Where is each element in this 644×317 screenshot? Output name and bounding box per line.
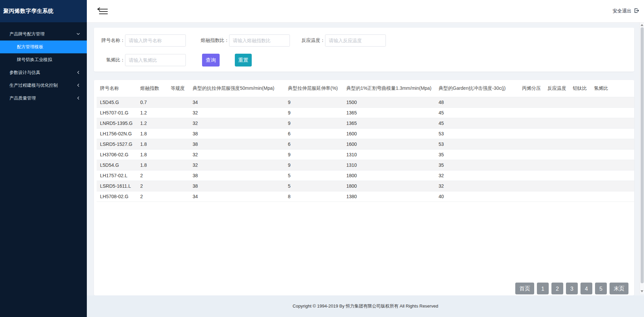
reset-button[interactable]: 重置 [235, 54, 252, 67]
column-header: 典型的Garden抗冲击强度-30c(j) [439, 80, 522, 97]
cell: 1380 [346, 191, 439, 202]
cell [171, 150, 193, 160]
column-header: 铝钛比 [573, 80, 594, 97]
cell [171, 129, 193, 139]
sidebar-item-parameter-design[interactable]: 参数设计与仿真 [0, 66, 87, 79]
table-row: LSRD5-1527.G 1.8 38 6 1600 53 [97, 139, 634, 150]
cell: 1.8 [140, 129, 171, 139]
cell: 9 [288, 150, 346, 160]
cell [522, 160, 547, 170]
query-button[interactable]: 查询 [202, 54, 220, 67]
cell [547, 160, 573, 170]
app-window: 聚丙烯数字孪生系统 产品牌号配方管理 配方管理模板 牌号切换工业模拟 参数设计与… [0, 0, 644, 317]
cell: 48 [439, 97, 522, 108]
cell: 0.7 [140, 97, 171, 108]
sidebar-nav: 产品牌号配方管理 配方管理模板 牌号切换工业模拟 参数设计与仿真 生产过程建模与… [0, 22, 87, 105]
pagination-page-4[interactable]: 4 [580, 283, 592, 294]
cell: 32 [439, 181, 522, 191]
cell: 6 [288, 139, 346, 150]
cell [594, 150, 634, 160]
chevron-left-icon [76, 96, 80, 101]
hydrogen-olefin-ratio-label: 氢烯比： [101, 57, 125, 63]
reaction-temperature-label: 反应温度： [298, 37, 325, 44]
cell: 9 [288, 118, 346, 129]
cell: 38 [193, 181, 288, 191]
cell [573, 108, 594, 118]
table-panel: 牌号名称 熔融指数 等规度 典型的抗拉伸屈服强度50mm/min(Mpa) 典型… [94, 80, 634, 295]
cell: 45 [439, 118, 522, 129]
table-row: LH1757-02.L 2 38 5 1800 32 [97, 170, 634, 181]
grade-name-input[interactable] [125, 34, 186, 47]
main-content: 牌号名称： 熔融指数比： 反应温度： 氢烯比： 查询 重置 [87, 23, 644, 317]
cell [522, 181, 547, 191]
cell: 1.2 [140, 108, 171, 118]
table-body: L5D45.G 0.7 34 9 1500 48 LH5707-01.G [97, 97, 634, 202]
recipe-table: 牌号名称 熔融指数 等规度 典型的抗拉伸屈服强度50mm/min(Mpa) 典型… [97, 80, 634, 202]
column-header: 氢烯比 [594, 80, 634, 97]
column-header: 典型拉伸屈服延伸率(%) [288, 80, 346, 97]
cell [547, 129, 573, 139]
pagination-first-button[interactable]: 首页 [515, 283, 534, 294]
pagination-page-2[interactable]: 2 [551, 283, 563, 294]
cell [547, 108, 573, 118]
table-header-row: 牌号名称 熔融指数 等规度 典型的抗拉伸屈服强度50mm/min(Mpa) 典型… [97, 80, 634, 97]
chevron-down-icon [76, 32, 80, 37]
cell [573, 139, 594, 150]
cell-grade-name: LNRD5-1395.G [97, 118, 140, 129]
cell [171, 108, 193, 118]
sidebar-toggle-icon[interactable] [96, 7, 108, 16]
scrollbar-thumb[interactable] [641, 27, 644, 283]
column-header: 牌号名称 [97, 80, 140, 97]
cell [573, 170, 594, 181]
sidebar-item-recipe-template[interactable]: 配方管理模板 [0, 41, 87, 53]
cell [573, 150, 594, 160]
cell [573, 191, 594, 202]
melt-index-ratio-input[interactable] [229, 34, 290, 47]
pagination-page-5[interactable]: 5 [595, 283, 607, 294]
cell [522, 118, 547, 129]
scroll-down-arrow-icon[interactable] [641, 290, 643, 292]
table-row: LH1756-02N.G 1.8 38 6 1600 53 [97, 129, 634, 139]
cell: 53 [439, 139, 522, 150]
cell-grade-name: L5D45.G [97, 97, 140, 108]
cell: 32 [193, 118, 288, 129]
sidebar-item-product-quality[interactable]: 产品质量管理 [0, 92, 87, 105]
melt-index-ratio-label: 熔融指数比： [199, 37, 229, 44]
sidebar-item-grade-switch-simulation[interactable]: 牌号切换工业模拟 [0, 53, 87, 66]
column-header: 等规度 [171, 80, 193, 97]
cell [522, 139, 547, 150]
footer: Copyright © 1994-2019 By 恒力集团有限公司版权所有 Al… [87, 295, 644, 317]
column-header: 熔融指数 [140, 80, 171, 97]
pagination-page-1[interactable]: 1 [537, 283, 549, 294]
cell: 9 [288, 160, 346, 170]
sidebar-item-label: 配方管理模板 [17, 44, 43, 50]
cell [547, 191, 573, 202]
logout-icon [634, 8, 639, 15]
cell: 9 [288, 108, 346, 118]
vertical-scrollbar[interactable] [640, 23, 644, 294]
cell [594, 170, 634, 181]
cell [547, 97, 573, 108]
cell: 35 [439, 150, 522, 160]
sidebar-item-label: 产品质量管理 [9, 95, 36, 101]
reaction-temperature-input[interactable] [325, 34, 386, 47]
hydrogen-olefin-ratio-input[interactable] [125, 54, 186, 66]
sidebar-item-product-grade-recipe[interactable]: 产品牌号配方管理 [0, 28, 87, 41]
logout-button[interactable]: 安全退出 [613, 0, 639, 22]
copyright-text: Copyright © 1994-2019 By 恒力集团有限公司版权所有 Al… [293, 303, 438, 309]
cell [594, 97, 634, 108]
table-row: L5D54.G 1.8 32 9 1310 35 [97, 160, 634, 170]
pagination-page-3[interactable]: 3 [566, 283, 578, 294]
cell [171, 181, 193, 191]
cell: 38 [193, 139, 288, 150]
column-header: 反应温度 [547, 80, 573, 97]
cell: 45 [439, 108, 522, 118]
scroll-up-arrow-icon[interactable] [641, 24, 643, 26]
sidebar-item-process-modeling[interactable]: 生产过程建模与优化控制 [0, 79, 87, 92]
cell: 1310 [346, 150, 439, 160]
cell-grade-name: LSRD5-1527.G [97, 139, 140, 150]
cell [573, 97, 594, 108]
cell: 1.2 [140, 118, 171, 129]
cell [171, 139, 193, 150]
pagination-last-button[interactable]: 末页 [610, 283, 628, 294]
